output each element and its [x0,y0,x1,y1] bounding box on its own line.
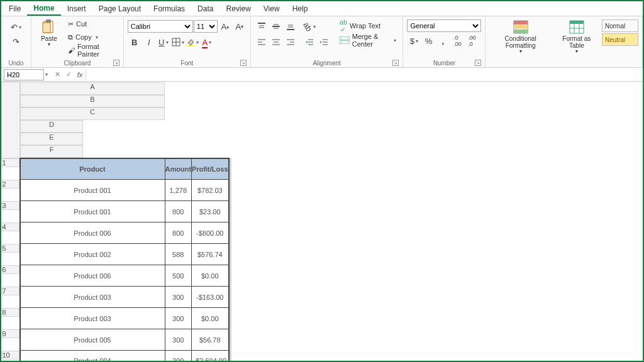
paste-button[interactable]: Paste ▾ [35,18,63,49]
decrease-indent-icon[interactable] [303,35,316,49]
cancel-formula-icon[interactable]: ✕ [52,70,63,79]
cell-A7[interactable]: Product 003 [20,287,165,308]
row-header-8[interactable]: 8 [2,308,19,317]
font-color-button[interactable]: A [200,35,214,49]
menu-item-home[interactable]: Home [27,1,60,16]
font-size-select[interactable]: 11 [194,20,218,33]
cell-A1[interactable]: Product [20,158,165,180]
cell-style-normal[interactable]: Normal [602,19,638,32]
comma-format-icon[interactable]: , [436,34,450,48]
increase-font-icon[interactable]: A▴ [218,19,232,33]
number-format-select[interactable]: General [407,19,481,32]
redo-button[interactable]: ↷ [9,35,23,48]
fx-icon[interactable]: fx [74,71,86,79]
borders-button[interactable] [171,35,185,49]
font-name-select[interactable]: Calibri [128,20,193,33]
cell-F8[interactable] [230,308,231,329]
bold-button[interactable]: B [128,35,142,49]
namebox-dropdown-icon[interactable]: ▾ [44,72,49,77]
cell-C7[interactable]: -$163.00 [192,287,229,308]
cell-C9[interactable]: $56.78 [192,329,229,351]
enter-formula-icon[interactable]: ✓ [63,70,74,79]
align-top-icon[interactable] [255,19,269,33]
cell-C2[interactable]: $782.03 [192,180,229,201]
format-as-table-button[interactable]: Format as Table▾ [554,18,599,56]
formula-input[interactable] [86,69,643,80]
cell-A2[interactable]: Product 001 [20,180,165,201]
clipboard-launcher-icon[interactable]: ↘ [113,60,119,66]
cell-style-neutral[interactable]: Neutral [602,33,638,46]
underline-button[interactable]: U [157,35,170,49]
row-header-2[interactable]: 2 [2,180,19,189]
col-header-E[interactable]: E [20,133,83,145]
align-launcher-icon[interactable]: ↘ [392,60,399,66]
row-header-1[interactable]: 1 [2,158,19,167]
cell-F4[interactable] [230,222,231,244]
row-header-7[interactable]: 7 [2,287,19,295]
accounting-format-icon[interactable]: $ [407,34,421,48]
menu-item-data[interactable]: Data [191,1,219,16]
align-center-icon[interactable] [269,35,283,49]
cell-A9[interactable]: Product 005 [20,329,165,351]
cell-C10[interactable]: -$2,604.00 [192,351,229,361]
cell-B9[interactable]: 300 [165,329,192,351]
align-right-icon[interactable] [284,35,297,49]
number-launcher-icon[interactable]: ↘ [475,60,481,66]
cell-C5[interactable]: $576.74 [192,244,229,265]
cell-B7[interactable]: 300 [165,287,192,308]
align-left-icon[interactable] [255,35,269,49]
cell-A3[interactable]: Product 001 [20,201,165,222]
cell-A10[interactable]: Product 004 [20,351,165,361]
cell-B10[interactable]: 200 [165,351,192,361]
cell-F3[interactable] [230,201,231,222]
format-painter-button[interactable]: 🖌Format Painter [65,44,119,57]
copy-button[interactable]: ⧉Copy [65,31,119,43]
percent-format-icon[interactable]: % [421,34,435,48]
menu-item-help[interactable]: Help [286,1,314,16]
cell-B6[interactable]: 500 [165,265,192,287]
col-header-F[interactable]: F [20,145,83,158]
orientation-icon[interactable]: ab [303,19,316,33]
cell-B2[interactable]: 1,278 [165,180,192,201]
menu-item-insert[interactable]: Insert [61,1,92,16]
increase-indent-icon[interactable] [317,35,331,49]
undo-button[interactable]: ↶ [9,20,23,34]
align-bottom-icon[interactable] [284,19,297,33]
row-header-6[interactable]: 6 [2,265,19,274]
cell-B3[interactable]: 800 [165,201,192,222]
cell-F9[interactable] [230,329,231,351]
col-header-D[interactable]: D [20,120,83,133]
cell-B5[interactable]: 588 [165,244,192,265]
decrease-font-icon[interactable]: A▾ [233,19,247,33]
cell-F2[interactable] [230,180,231,201]
select-all-corner[interactable] [2,82,20,158]
cell-A6[interactable]: Product 006 [20,265,165,287]
menu-item-formulas[interactable]: Formulas [147,1,191,16]
cell-C1[interactable]: Profit/Loss [192,158,229,180]
wrap-text-button[interactable]: ab⤶Wrap Text [337,19,399,32]
cell-F6[interactable] [230,265,231,287]
cell-A4[interactable]: Product 006 [20,222,165,244]
worksheet-area[interactable]: ABCDEF1ProductAmountProfit/Loss2Product … [1,82,643,361]
row-header-9[interactable]: 9 [2,329,19,338]
cell-B4[interactable]: 800 [165,222,192,244]
row-header-5[interactable]: 5 [2,244,19,253]
cell-C6[interactable]: $0.00 [192,265,229,287]
merge-center-button[interactable]: Merge & Center [337,34,399,47]
cell-B1[interactable]: Amount [165,158,192,180]
row-header-3[interactable]: 3 [2,201,19,210]
col-header-A[interactable]: A [20,82,165,95]
cell-F10[interactable] [230,351,231,361]
conditional-formatting-button[interactable]: Conditional Formatting▾ [489,18,551,56]
cut-button[interactable]: ✂Cut [65,18,119,30]
menu-item-page-layout[interactable]: Page Layout [92,1,147,16]
row-header-4[interactable]: 4 [2,222,19,231]
align-middle-icon[interactable] [269,19,283,33]
decrease-decimal-icon[interactable]: .00.0 [465,34,479,48]
menu-item-view[interactable]: View [257,1,286,16]
cell-C8[interactable]: $0.00 [192,308,229,329]
cell-B8[interactable]: 300 [165,308,192,329]
cell-C4[interactable]: -$800.00 [192,222,229,244]
font-launcher-icon[interactable]: ↘ [240,60,247,66]
row-header-10[interactable]: 10 [2,351,19,359]
